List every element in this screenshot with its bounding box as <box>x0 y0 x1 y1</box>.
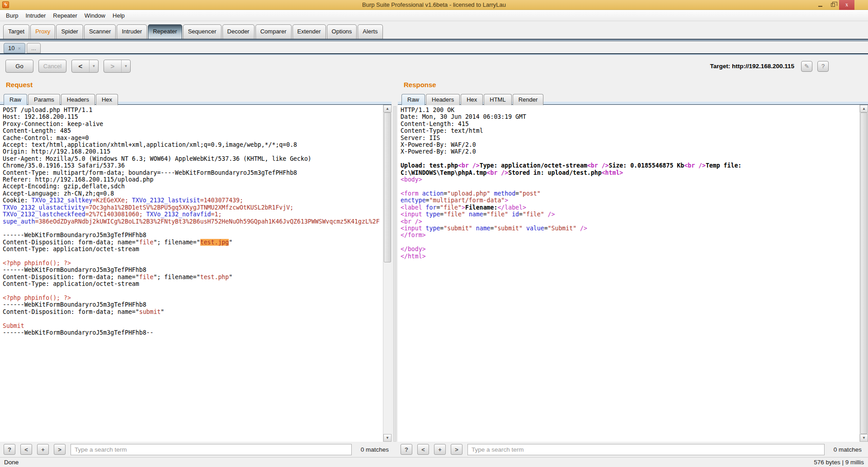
repeater-tab-10[interactable]: 10 × <box>4 43 25 53</box>
code-line: <input type="submit" name="submit" value… <box>401 225 859 232</box>
code-line: X-Powered-By: WAF/2.0 <box>401 148 859 155</box>
main-tab-extender[interactable]: Extender <box>292 24 326 39</box>
search-prev-button[interactable]: < <box>417 444 429 455</box>
main-tab-intruder[interactable]: Intruder <box>117 24 147 39</box>
code-line <box>3 253 383 260</box>
close-tab-icon[interactable]: × <box>18 46 20 51</box>
code-line: Content-Disposition: form-data; name="su… <box>3 308 383 315</box>
menu-item-repeater[interactable]: Repeater <box>49 11 80 20</box>
menu-item-burp[interactable]: Burp <box>2 11 22 20</box>
code-line: <?php phpinfo(); ?> <box>3 294 383 301</box>
search-input[interactable] <box>71 444 352 455</box>
scroll-down-icon[interactable]: ▼ <box>383 434 392 442</box>
code-line: Accept-Encoding: gzip,deflate,sdch <box>3 183 383 190</box>
main-tab-options[interactable]: Options <box>327 24 357 39</box>
close-button[interactable]: x <box>839 0 854 10</box>
code-line: Upload: test.php<br />Type: application/… <box>401 162 859 169</box>
repeater-tab-label: 10 <box>8 45 14 51</box>
request-tab-raw[interactable]: Raw <box>4 94 27 105</box>
search-input[interactable] <box>467 444 825 455</box>
search-options-button[interactable]: + <box>434 444 446 455</box>
maximize-button[interactable] <box>826 0 839 10</box>
forward-arrow-icon: > <box>104 62 121 70</box>
edit-target-button[interactable]: ✎ <box>801 61 812 72</box>
window-title: Burp Suite Professional v1.6beta - licen… <box>0 1 868 8</box>
search-help-button[interactable]: ? <box>4 444 15 455</box>
request-panel: Request RawParamsHeadersHex POST /upload… <box>0 77 392 442</box>
cancel-button[interactable]: Cancel <box>38 60 66 73</box>
response-tab-html[interactable]: HTML <box>484 94 511 105</box>
match-count-label: 0 matches <box>361 446 389 453</box>
search-options-button[interactable]: + <box>37 444 49 455</box>
code-line: TXVo_2132_lastcheckfeed=2%7C1403081060; … <box>3 211 383 218</box>
menu-bar: BurpIntruderRepeaterWindowHelp <box>0 10 868 21</box>
scroll-down-icon[interactable]: ▼ <box>860 434 868 442</box>
code-line: Content-Disposition: form-data; name="fi… <box>3 239 383 246</box>
scroll-up-icon[interactable]: ▲ <box>383 105 392 112</box>
status-text: Done <box>4 459 19 466</box>
repeater-tab-more[interactable]: ... <box>27 43 41 53</box>
pencil-icon: ✎ <box>804 63 809 70</box>
search-next-button[interactable]: > <box>451 444 462 455</box>
response-editor[interactable]: HTTP/1.1 200 OKDate: Mon, 30 Jun 2014 06… <box>398 105 859 442</box>
main-tab-spider[interactable]: Spider <box>56 24 83 39</box>
code-line: Submit <box>3 322 383 329</box>
main-tab-alerts[interactable]: Alerts <box>358 24 382 39</box>
main-tab-target[interactable]: Target <box>3 24 29 39</box>
code-line: X-Powered-By: WAF/2.0 <box>401 141 859 148</box>
scrollbar-thumb[interactable] <box>384 112 391 262</box>
code-line: <input type="file" name="file" id="file"… <box>401 211 859 218</box>
code-line: Content-Type: multipart/form-data; bound… <box>3 169 383 176</box>
code-line <box>3 225 383 232</box>
response-tab-render[interactable]: Render <box>513 94 544 105</box>
response-tab-hex[interactable]: Hex <box>461 94 483 105</box>
panel-divider[interactable] <box>392 77 398 442</box>
chevron-down-icon[interactable]: ▼ <box>121 60 130 72</box>
request-tab-params[interactable]: Params <box>28 94 60 105</box>
code-line: <?php phpinfo(); ?> <box>3 260 383 266</box>
go-button[interactable]: Go <box>5 60 33 73</box>
menu-item-intruder[interactable]: Intruder <box>22 11 49 20</box>
code-line: POST /upload.php HTTP/1.1 <box>3 107 383 113</box>
response-scrollbar[interactable]: ▲ ▼ <box>859 105 868 442</box>
response-tab-raw[interactable]: Raw <box>401 94 425 105</box>
main-tab-repeater[interactable]: Repeater <box>148 24 182 39</box>
main-tab-proxy[interactable]: Proxy <box>30 24 55 39</box>
menu-item-help[interactable]: Help <box>109 11 128 20</box>
search-help-button[interactable]: ? <box>401 444 412 455</box>
request-scrollbar[interactable]: ▲ ▼ <box>383 105 392 442</box>
main-tab-scanner[interactable]: Scanner <box>84 24 116 39</box>
code-line: Chrome/35.0.1916.153 Safari/537.36 <box>3 162 383 169</box>
main-tab-decoder[interactable]: Decoder <box>222 24 255 39</box>
main-tab-comparer[interactable]: Comparer <box>255 24 292 39</box>
history-back-button[interactable]: < ▼ <box>71 60 99 73</box>
search-next-button[interactable]: > <box>54 444 66 455</box>
search-prev-button[interactable]: < <box>20 444 32 455</box>
response-tab-headers[interactable]: Headers <box>426 94 460 105</box>
title-bar: ϟ Burp Suite Professional v1.6beta - lic… <box>0 0 868 10</box>
history-forward-button[interactable]: > ▼ <box>104 60 131 73</box>
main-tab-sequencer[interactable]: Sequencer <box>183 24 222 39</box>
repeater-toolbar: Go Cancel < ▼ > ▼ Target: http://192.168… <box>0 55 868 77</box>
code-line: Proxy-Connection: keep-alive <box>3 121 383 127</box>
chevron-down-icon[interactable]: ▼ <box>89 60 98 72</box>
request-tab-headers[interactable]: Headers <box>61 94 95 105</box>
code-line: Host: 192.168.200.115 <box>3 113 383 120</box>
code-line: Content-Disposition: form-data; name="fi… <box>3 274 383 280</box>
menu-item-window[interactable]: Window <box>81 11 109 20</box>
code-line: Content-Type: application/octet-stream <box>3 280 383 287</box>
code-line <box>401 183 859 190</box>
scroll-up-icon[interactable]: ▲ <box>860 105 868 112</box>
request-tab-hex[interactable]: Hex <box>96 94 118 105</box>
code-line: Cache-Control: max-age=0 <box>3 135 383 141</box>
code-line: Server: IIS <box>401 135 859 141</box>
request-search-bar: ?<+> 0 matches <box>0 442 392 457</box>
code-line <box>401 239 859 246</box>
code-line: Content-Type: application/octet-stream <box>3 246 383 252</box>
help-button[interactable]: ? <box>817 61 829 72</box>
request-editor[interactable]: POST /upload.php HTTP/1.1Host: 192.168.2… <box>0 105 383 442</box>
minimize-button[interactable] <box>814 0 826 10</box>
scrollbar-thumb[interactable] <box>860 112 868 434</box>
code-line: <br /> <box>401 218 859 225</box>
response-panel: Response RawHeadersHexHTMLRender HTTP/1.… <box>398 77 868 442</box>
